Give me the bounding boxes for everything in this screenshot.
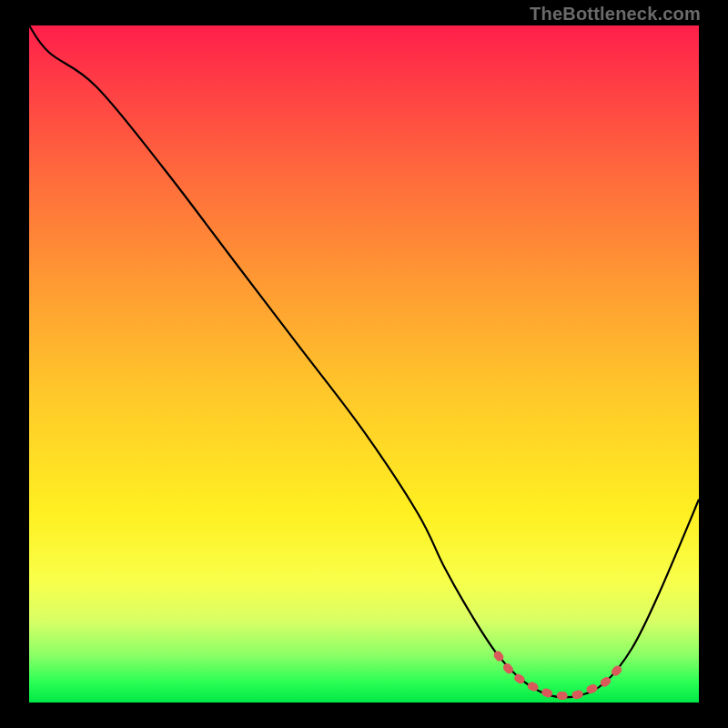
optimal-zone-path <box>498 655 619 696</box>
bottleneck-curve-svg <box>29 25 699 703</box>
bottleneck-curve-path <box>29 25 699 698</box>
attribution-text: TheBottleneck.com <box>530 4 701 25</box>
chart-area <box>29 25 699 703</box>
